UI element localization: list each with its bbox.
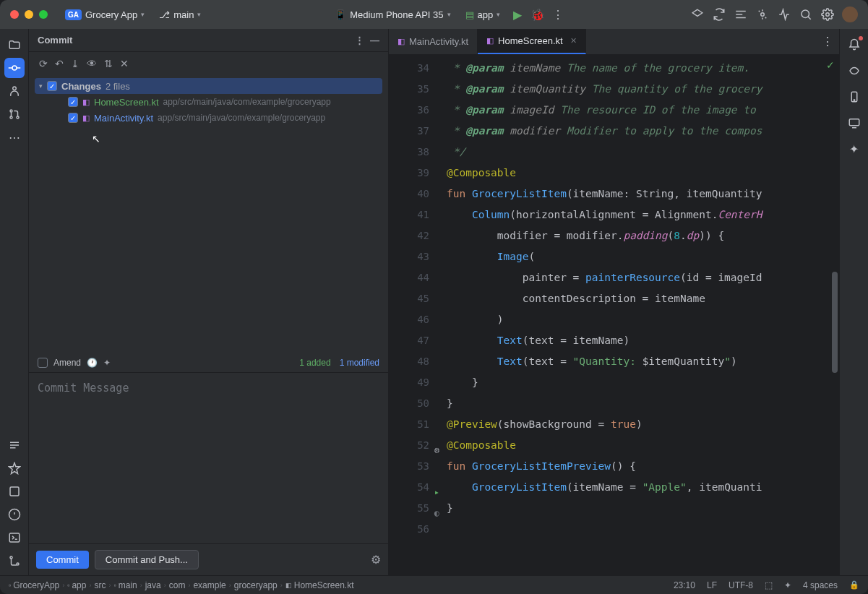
sync-icon[interactable] [712, 7, 726, 22]
commit-message-input[interactable]: Commit Message [29, 372, 388, 544]
tabs-menu-icon[interactable]: ⋮ [822, 35, 833, 48]
close-window-button[interactable] [10, 10, 19, 19]
tab-mainactivity[interactable]: ◧ MainActivity.kt [389, 29, 478, 54]
chevron-down-icon: ▾ [141, 11, 145, 18]
expand-icon[interactable]: ✕ [120, 58, 129, 69]
structure-tool-button[interactable] [4, 435, 25, 455]
inspection-ok-icon[interactable]: ✓ [826, 59, 835, 71]
commit-toolbar: ⟳ ↶ ⤓ 👁 ⇅ ✕ [29, 52, 388, 75]
editor-gutter: 34353637383940414243444546474849505152⚙5… [389, 55, 441, 575]
commit-panel: Commit ⋮ — ⟳ ↶ ⤓ 👁 ⇅ ✕ ▾ ✓ Changes 2 [29, 29, 389, 575]
indent-setting[interactable]: 4 spaces [803, 580, 838, 590]
scrollbar-thumb[interactable] [832, 272, 838, 373]
traffic-lights [10, 10, 48, 19]
chevron-down-icon[interactable]: ▾ [39, 82, 43, 90]
more-tools-button[interactable]: ⋯ [4, 127, 25, 147]
running-devices-button[interactable] [844, 113, 864, 133]
problems-tool-button[interactable] [4, 504, 25, 525]
stat-modified: 1 modified [340, 358, 379, 368]
app-badge: GA [65, 9, 82, 20]
chevron-down-icon: ▾ [197, 11, 201, 18]
changes-tree: ▾ ✓ Changes 2 files ✓ ◧ HomeScreen.kt ap… [29, 75, 388, 129]
lock-icon[interactable]: 🔒 [849, 580, 859, 590]
file-checkbox[interactable]: ✓ [68, 113, 78, 123]
amend-checkbox[interactable] [38, 358, 48, 368]
indent-icon[interactable] [734, 7, 748, 22]
device-name: Medium Phone API 35 [350, 9, 443, 20]
git-tool-button[interactable] [4, 551, 25, 571]
refresh-icon[interactable]: ⟳ [39, 58, 48, 69]
run-config-selector[interactable]: ▤ app ▾ [461, 7, 505, 23]
code-with-me-icon[interactable] [690, 7, 705, 22]
group-by-icon[interactable]: ⇅ [104, 58, 113, 69]
activity-icon[interactable] [777, 7, 791, 22]
rollback-icon[interactable]: ↶ [55, 58, 64, 69]
svg-point-11 [10, 556, 12, 559]
svg-point-12 [17, 563, 19, 565]
file-row[interactable]: ✓ ◧ HomeScreen.kt app/src/main/java/com/… [35, 94, 382, 110]
reader-mode-icon[interactable]: ⬚ [765, 580, 773, 590]
commit-tool-button[interactable] [4, 58, 25, 78]
file-checkbox[interactable]: ✓ [68, 97, 78, 107]
changes-count: 2 files [106, 81, 130, 92]
cursor-position[interactable]: 23:10 [674, 580, 695, 590]
device-selector[interactable]: 📱 Medium Phone API 35 ▾ [330, 7, 455, 23]
breadcrumb[interactable]: ▫GroceryApp›▫app›src›▫main›java›com›exam… [9, 580, 353, 590]
changes-checkbox[interactable]: ✓ [47, 81, 57, 91]
minimize-window-button[interactable] [25, 10, 33, 19]
file-name: MainActivity.kt [94, 113, 153, 124]
commit-button[interactable]: Commit [36, 551, 89, 569]
encoding[interactable]: UTF-8 [729, 580, 753, 590]
debug-button[interactable]: 🐞 [530, 7, 545, 22]
bookmarks-tool-button[interactable] [4, 458, 25, 478]
commit-panel-header: Commit ⋮ — [29, 29, 388, 52]
terminal-tool-button[interactable] [4, 528, 25, 548]
file-name: HomeScreen.kt [94, 97, 159, 108]
svg-point-0 [761, 13, 765, 17]
changes-label: Changes [61, 81, 101, 92]
panel-options-icon[interactable]: ⋮ [355, 35, 364, 46]
tab-label: HomeScreen.kt [498, 35, 563, 46]
shelf-icon[interactable]: ⤓ [71, 58, 80, 69]
notifications-button[interactable] [844, 35, 864, 55]
svg-point-2 [826, 13, 830, 17]
search-icon[interactable] [799, 7, 813, 22]
kotlin-file-icon: ◧ [398, 37, 405, 46]
more-actions-button[interactable]: ⋮ [551, 7, 565, 22]
file-row[interactable]: ✓ ◧ MainActivity.kt app/src/main/java/co… [35, 110, 382, 126]
branch-name: main [173, 9, 194, 20]
editor-body[interactable]: ✓ 34353637383940414243444546474849505152… [389, 55, 839, 575]
build-variants-button[interactable] [4, 481, 25, 502]
close-tab-icon[interactable]: ✕ [570, 36, 577, 46]
svg-point-3 [12, 66, 17, 70]
commit-push-button[interactable]: Commit and Push... [95, 550, 199, 569]
project-tool-button[interactable] [4, 35, 25, 55]
gradle-tool-button[interactable] [844, 61, 864, 81]
changes-root-row[interactable]: ▾ ✓ Changes 2 files [35, 78, 382, 94]
branch-selector[interactable]: ⎇ main ▾ [155, 7, 205, 23]
run-button[interactable]: ▶ [510, 7, 525, 22]
show-diff-icon[interactable]: 👁 [87, 58, 97, 69]
pull-requests-button[interactable] [4, 104, 25, 124]
svg-point-4 [12, 87, 16, 90]
ai-icon[interactable]: ✦ [103, 358, 111, 368]
build-icon[interactable] [755, 7, 770, 22]
commit-settings-icon[interactable]: ⚙ [371, 553, 381, 567]
vcs-tool-button[interactable] [4, 81, 25, 101]
svg-point-1 [802, 10, 809, 18]
code-content[interactable]: * @param itemName The name of the grocer… [441, 55, 839, 575]
project-selector[interactable]: GA Grocery App ▾ [61, 7, 149, 23]
ai-assistant-button[interactable]: ✦ [844, 139, 864, 159]
user-avatar[interactable] [842, 7, 858, 22]
notification-dot-icon [859, 36, 863, 40]
panel-minimize-icon[interactable]: — [370, 35, 379, 46]
maximize-window-button[interactable] [39, 10, 48, 19]
branch-icon: ⎇ [159, 9, 170, 20]
tab-homescreen[interactable]: ◧ HomeScreen.kt ✕ [478, 29, 586, 54]
history-icon[interactable]: 🕐 [87, 358, 98, 368]
device-manager-button[interactable] [844, 87, 864, 107]
line-separator[interactable]: LF [707, 580, 717, 590]
commit-buttons: Commit Commit and Push... ⚙ [29, 544, 388, 575]
ai-status-icon[interactable]: ✦ [784, 580, 791, 590]
settings-icon[interactable] [820, 7, 835, 22]
